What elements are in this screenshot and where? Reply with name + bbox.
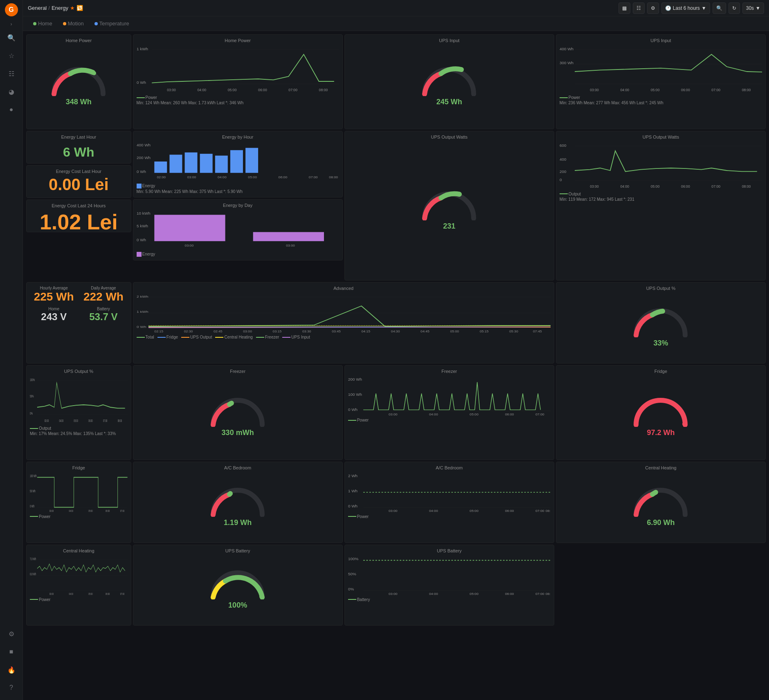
ups-output-pct-legend: Output	[30, 426, 128, 431]
svg-text:05:00: 05:00	[88, 592, 93, 595]
ac-bedroom-line-svg: 2 Wh 1 Wh 0 Wh 03:00 04:00 05:00 06:00 0…	[348, 472, 551, 513]
share-icon[interactable]: 🔁	[76, 5, 83, 11]
tab-home[interactable]: Home	[28, 18, 58, 29]
battery-voltage-item: Battery 53.7 V	[79, 307, 127, 323]
fridge-gauge-value: 97.2 Wh	[647, 429, 675, 437]
svg-text:08:00: 08:00	[742, 88, 751, 92]
svg-text:02:15: 02:15	[154, 330, 163, 333]
ups-output-watts-legend: Output	[560, 192, 762, 196]
svg-text:400 Wh: 400 Wh	[560, 47, 573, 52]
star-icon[interactable]: ★	[70, 5, 75, 11]
energy-by-hour-meta: Min: 5.90 Wh Mean: 225 Wh Max: 375 Wh La…	[137, 189, 339, 194]
ups-input-gauge: 245 Wh	[348, 45, 551, 126]
sidebar-item-settings[interactable]: ⚙	[3, 626, 20, 642]
svg-text:05:00: 05:00	[470, 592, 479, 596]
ups-input-line-svg: 400 Wh 300 Wh 03:00 04:00 05:00 06:00 07…	[560, 45, 762, 94]
sidebar-item-dashboard[interactable]: ☷	[3, 65, 20, 82]
sidebar-item-alerts[interactable]: ●	[3, 101, 20, 118]
svg-text:07:00: 07:00	[535, 592, 544, 596]
main-area: General / Energy ★ 🔁 ▩ ☷ ⚙ 🕐 Last 6 hour…	[23, 0, 769, 700]
fridge-chart-card: Fridge 100 Wh 50 Wh 0 Wh 03:00 04:00 05:…	[26, 462, 131, 543]
sidebar-collapse-button[interactable]: ›	[0, 20, 22, 29]
energy-by-hour-bar-svg: 400 Wh 200 Wh 0 Wh 02:00 03:00	[137, 141, 339, 182]
svg-text:08:00: 08:00	[742, 184, 751, 188]
svg-text:05:00: 05:00	[470, 509, 479, 513]
ups-battery-legend: Battery	[348, 597, 551, 602]
energy-last-hour-title: Energy Last Hour	[30, 135, 128, 139]
svg-text:1 Wh: 1 Wh	[348, 489, 358, 493]
freezer-chart-card: Freezer 200 Wh 100 Wh 0 Wh 03:00 04:00 0…	[344, 365, 554, 460]
svg-text:2 Wh: 2 Wh	[348, 474, 358, 478]
ac-bedroom-chart-title: A/C Bedroom	[348, 465, 551, 470]
ups-input-gauge-svg	[420, 63, 478, 96]
svg-rect-31	[230, 150, 243, 173]
central-heating-gauge: 6.90 Wh	[560, 472, 762, 539]
home-power-line-svg: 1 kWh 0 Wh 03:00 04:00 05:00 06:00 07:00…	[137, 45, 339, 94]
chart-type-button[interactable]: ▩	[618, 2, 630, 14]
topbar: General / Energy ★ 🔁 ▩ ☷ ⚙ 🕐 Last 6 hour…	[23, 0, 769, 16]
home-voltage-item: Home 243 V	[30, 307, 78, 323]
svg-text:03:00: 03:00	[286, 244, 295, 247]
ac-bedroom-chart-card: A/C Bedroom 2 Wh 1 Wh 0 Wh 03:00 04:00 0…	[344, 462, 554, 543]
svg-text:2 kWh: 2 kWh	[137, 295, 148, 299]
svg-text:03:00: 03:00	[389, 509, 398, 513]
tab-temperature[interactable]: Temperature	[89, 18, 135, 29]
home-power-title: Home Power	[30, 38, 128, 43]
svg-text:400: 400	[560, 157, 567, 162]
ups-input-chart-title: UPS Input	[560, 38, 762, 43]
svg-text:50%: 50%	[30, 394, 34, 398]
sidebar-item-shield[interactable]: ■	[3, 644, 20, 660]
ups-battery-gauge: 100%	[137, 555, 339, 622]
tab-motion[interactable]: Motion	[58, 18, 89, 29]
breadcrumb-general[interactable]: General	[28, 5, 47, 11]
ups-input-title: UPS Input	[348, 38, 551, 43]
sidebar-item-fire[interactable]: 🔥	[3, 662, 20, 678]
interval-button[interactable]: 30s ▼	[742, 2, 764, 14]
svg-text:05:00: 05:00	[227, 88, 236, 92]
freezer-chart: 200 Wh 100 Wh 0 Wh 03:00 04:00 05:00 06:…	[348, 375, 551, 456]
svg-text:0 Wh: 0 Wh	[348, 407, 358, 411]
svg-text:0 Wh: 0 Wh	[30, 504, 34, 508]
energy-cost-last-24h-value: 1.02 Lei	[30, 210, 128, 234]
svg-text:04:30: 04:30	[391, 330, 400, 333]
table-view-button[interactable]: ☷	[633, 2, 645, 14]
freezer-gauge-card: Freezer 330 mWh	[133, 365, 343, 460]
zoom-out-button[interactable]: 🔍	[713, 2, 726, 14]
energy-cost-last-hour-value: 0.00 Lei	[30, 175, 128, 194]
app-logo: G	[5, 3, 18, 16]
refresh-button[interactable]: ↻	[729, 2, 740, 14]
svg-text:0 Wh: 0 Wh	[348, 504, 358, 508]
ups-output-pct-line-svg: 100% 50% 0% 03:00 04:00 05:00 06:00 07:0…	[30, 375, 128, 424]
energy-by-hour-legend: Energy	[137, 184, 339, 188]
sidebar-item-help[interactable]: ?	[3, 680, 20, 696]
dashboard-settings-button[interactable]: ⚙	[647, 2, 659, 14]
sidebar-item-star[interactable]: ☆	[3, 47, 20, 64]
svg-text:08:00: 08:00	[545, 509, 550, 513]
svg-text:07:00: 07:00	[120, 509, 125, 512]
svg-text:05:00: 05:00	[470, 413, 479, 416]
ac-bedroom-legend: Power	[348, 514, 551, 519]
svg-text:0%: 0%	[348, 587, 354, 591]
dashboard-grid: Home Power 348 Wh Home Power	[23, 31, 769, 700]
sidebar-item-search[interactable]: 🔍	[3, 29, 20, 46]
svg-text:05:00: 05:00	[74, 419, 78, 423]
home-power-chart-meta: Min: 124 Wh Mean: 260 Wh Max: 1.73 kWh L…	[137, 101, 339, 105]
sidebar-item-explore[interactable]: ◕	[3, 83, 20, 100]
ups-output-watts-gauge-card: UPS Output Watts 231	[344, 131, 554, 281]
energy-by-hour-card: Energy by Hour 400 Wh 200 Wh 0 Wh	[133, 131, 343, 197]
home-power-gauge-svg	[50, 63, 107, 96]
home-power-chart-legend: Power	[137, 95, 339, 100]
svg-text:07:00: 07:00	[103, 419, 108, 423]
ac-bedroom-gauge-card: A/C Bedroom 1.19 Wh	[133, 462, 343, 543]
energy-by-day-title: Energy by Day	[137, 203, 339, 208]
svg-rect-30	[215, 155, 227, 173]
energy-cost-last-24h-card: Energy Cost Last 24 Hours 1.02 Lei	[26, 200, 131, 232]
svg-point-92	[228, 402, 232, 406]
svg-text:07:00: 07:00	[288, 88, 297, 92]
time-range-button[interactable]: 🕐 Last 6 hours ▼	[661, 2, 710, 14]
breadcrumb-energy[interactable]: Energy	[52, 5, 68, 11]
svg-text:1 kWh: 1 kWh	[137, 310, 148, 314]
energy-last-hour-card: Energy Last Hour 6 Wh	[26, 131, 131, 164]
svg-text:07:00: 07:00	[535, 509, 544, 513]
svg-rect-27	[169, 155, 182, 173]
